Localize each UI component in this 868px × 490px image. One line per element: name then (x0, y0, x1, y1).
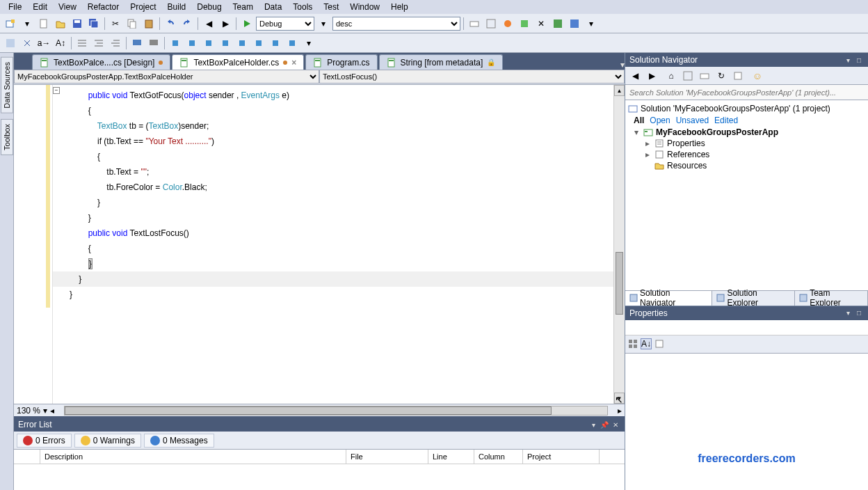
tab-close-icon[interactable]: × (291, 58, 296, 68)
panel-tab[interactable]: Team Explorer (795, 291, 868, 306)
save-all-icon[interactable] (86, 16, 102, 31)
uncomment-icon[interactable] (146, 35, 161, 51)
panel-tab[interactable]: Solution Navigator (625, 291, 712, 306)
outdent-icon[interactable] (91, 35, 106, 51)
col-header[interactable]: File (346, 450, 428, 464)
tb-icon-3[interactable] (500, 16, 515, 31)
props-pages-icon[interactable] (654, 339, 664, 349)
col-header[interactable]: Line (428, 450, 474, 464)
cut-icon[interactable]: ✂ (108, 16, 123, 31)
expander-icon[interactable]: ▸ (643, 150, 652, 159)
tb-icon-8[interactable]: ▾ (584, 16, 599, 31)
sn-menu-icon[interactable]: ▾ (843, 55, 853, 65)
menu-team[interactable]: Team (227, 1, 259, 13)
props-sort-icon[interactable]: A↓ (641, 338, 652, 349)
t2-4[interactable]: A↕ (53, 35, 68, 51)
zoom-dropdown-icon[interactable]: ▾ (43, 406, 47, 416)
side-tab-toolbox[interactable]: Toolbox (1, 119, 13, 155)
add-item-icon[interactable]: ▾ (19, 16, 35, 31)
sn-fwd-icon[interactable]: ▶ (645, 69, 659, 83)
filter-unsaved[interactable]: Unsaved (676, 116, 709, 125)
menu-window[interactable]: Window (344, 1, 385, 13)
t2-17[interactable] (284, 35, 300, 51)
col-header[interactable] (14, 450, 40, 464)
sn-collapse-icon[interactable] (681, 69, 695, 83)
filter-all[interactable]: All (634, 116, 644, 125)
menu-project[interactable]: Project (124, 1, 161, 13)
tb-icon-4[interactable] (517, 16, 532, 31)
props-maximize-icon[interactable]: □ (854, 308, 864, 318)
vertical-scrollbar[interactable]: ▲ ▼ (613, 85, 625, 404)
doc-tab[interactable]: String [from metadata]🔒 (379, 54, 504, 70)
t2-14[interactable] (234, 35, 250, 51)
config-select[interactable]: Debug (256, 17, 314, 31)
tb-icon-1[interactable] (467, 16, 482, 31)
tb-icon-2[interactable] (483, 16, 499, 31)
menu-help[interactable]: Help (385, 1, 414, 13)
nav-fwd-icon[interactable]: ▶ (218, 16, 233, 31)
h-scroll-left[interactable]: ◂ (50, 406, 54, 416)
undo-icon[interactable] (163, 16, 178, 31)
comment-icon[interactable] (129, 35, 145, 51)
doc-tab[interactable]: TextBoxPalce....cs [Design] (32, 54, 170, 70)
scroll-thumb[interactable] (616, 252, 623, 315)
open-icon[interactable] (53, 16, 68, 31)
menu-build[interactable]: Build (162, 1, 192, 13)
menu-test[interactable]: Test (318, 1, 344, 13)
solution-search[interactable] (625, 85, 868, 100)
sn-maximize-icon[interactable]: □ (854, 55, 864, 65)
solution-root[interactable]: Solution 'MyFacebookGroupsPosterApp' (1 … (628, 103, 865, 114)
props-cat-icon[interactable] (628, 339, 638, 349)
filter-edited[interactable]: Edited (714, 116, 738, 125)
sn-smiley-icon[interactable]: ☺ (750, 69, 764, 83)
filter-warn[interactable]: 0 Warnings (74, 434, 141, 448)
solution-tree[interactable]: Solution 'MyFacebookGroupsPosterApp' (1 … (625, 100, 868, 290)
side-tab-data-sources[interactable]: Data Sources (1, 57, 13, 113)
t2-2[interactable] (19, 35, 35, 51)
paste-icon[interactable] (141, 16, 156, 31)
class-select[interactable]: MyFacebookGroupsPosterApp.TextBoxPalceHo… (14, 70, 319, 84)
t2-13[interactable] (218, 35, 233, 51)
toolbar-overflow-icon[interactable]: ▾ (301, 35, 316, 51)
code-text[interactable]: public void TextGotFocus(object sender ,… (53, 85, 613, 404)
properties-grid[interactable]: freerecorders.com (625, 354, 868, 491)
t2-15[interactable] (251, 35, 266, 51)
panel-menu-icon[interactable]: ▾ (588, 420, 598, 429)
menu-tools[interactable]: Tools (287, 1, 318, 13)
col-header[interactable]: Description (40, 450, 346, 464)
doc-tab[interactable]: Program.cs (305, 54, 377, 70)
sn-showall-icon[interactable] (698, 69, 712, 83)
tb-icon-5[interactable]: ✕ (533, 16, 549, 31)
horizontal-scrollbar[interactable] (64, 406, 608, 416)
expander-icon[interactable]: ▸ (643, 139, 652, 148)
scroll-up-icon[interactable]: ▲ (614, 85, 625, 96)
pin-icon[interactable]: 📌 (600, 420, 609, 429)
panel-tab[interactable]: Solution Explorer (712, 291, 795, 306)
tb-icon-7[interactable] (567, 16, 582, 31)
copy-icon[interactable] (124, 16, 140, 31)
filter-msg[interactable]: 0 Messages (144, 434, 214, 448)
find-select[interactable]: desc (332, 17, 460, 31)
col-header[interactable]: Project (523, 450, 600, 464)
redo-icon[interactable] (179, 16, 195, 31)
tree-node[interactable]: Resources (628, 160, 865, 171)
tree-node[interactable]: ▸Properties (628, 138, 865, 149)
indent-icon[interactable] (74, 35, 90, 51)
props-menu-icon[interactable]: ▾ (843, 308, 853, 318)
member-select[interactable]: TextLostFocus() (319, 70, 625, 84)
col-header[interactable]: Column (474, 450, 523, 464)
t2-7[interactable] (108, 35, 123, 51)
expander-icon[interactable]: ▾ (632, 127, 641, 137)
t2-16[interactable] (268, 35, 283, 51)
sn-home-icon[interactable]: ⌂ (664, 69, 678, 83)
menu-debug[interactable]: Debug (191, 1, 227, 13)
start-debug-icon[interactable] (239, 16, 255, 31)
t2-3[interactable]: a→ (36, 35, 51, 51)
filter-err[interactable]: 0 Errors (17, 434, 72, 448)
menu-view[interactable]: View (53, 1, 82, 13)
tree-node[interactable]: ▸References (628, 149, 865, 160)
new-project-icon[interactable] (3, 16, 18, 31)
t2-1[interactable] (3, 35, 18, 51)
close-icon[interactable]: ✕ (611, 420, 620, 429)
bookmark-icon[interactable] (168, 35, 183, 51)
